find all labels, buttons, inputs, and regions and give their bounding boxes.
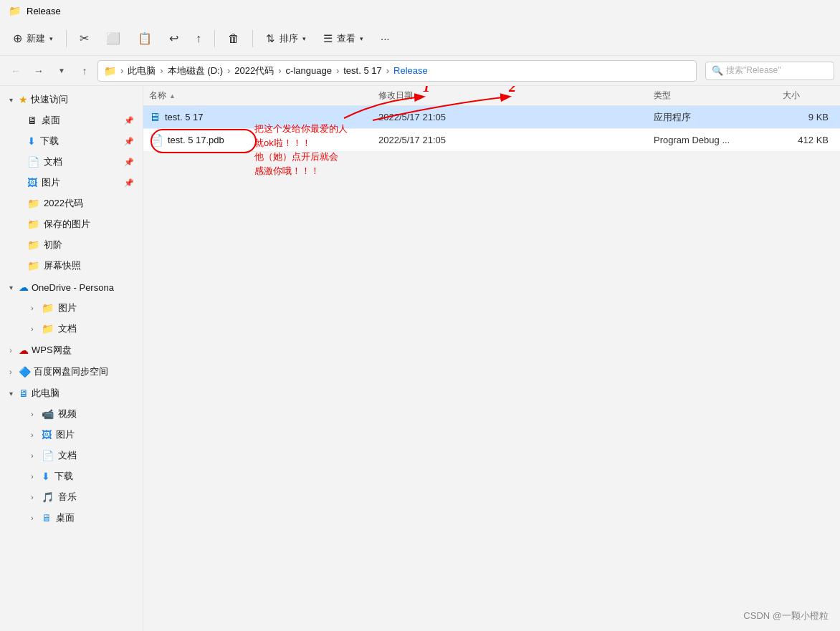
- sort-button[interactable]: ⇅ 排序 ▾: [259, 28, 313, 49]
- address-bar[interactable]: 📁 › 此电脑 › 本地磁盘 (D:) › 2022代码 › c-languag…: [97, 60, 697, 82]
- col-modified[interactable]: 修改日期: [373, 86, 648, 105]
- share-icon: ↑: [196, 32, 201, 45]
- file-icon-1: 📄: [149, 133, 163, 147]
- sidebar-item-downloads[interactable]: › ⬇ 下载: [3, 466, 140, 486]
- downloads-label: 下载: [40, 135, 59, 148]
- wps-icon: ☁: [19, 345, 29, 356]
- content-wrapper: 名称 ▲ 修改日期 类型 大小 🖥 test. 5 17: [143, 86, 840, 631]
- annotation-svg: [143, 86, 840, 631]
- file-label-0: test. 5 17: [165, 112, 203, 122]
- sidebar-item-od-pics[interactable]: › 📁 图片: [3, 298, 140, 318]
- onedrive-header[interactable]: ▾ ☁ OneDrive - Persona: [3, 277, 140, 297]
- forward-button[interactable]: →: [29, 61, 49, 81]
- crumb-release[interactable]: Release: [393, 65, 428, 76]
- file-modified-1: 2022/5/17 21:05: [373, 135, 648, 145]
- sidebar-item-documents[interactable]: › 📄 文档: [3, 445, 140, 466]
- file-modified-0: 2022/5/17 21:05: [373, 112, 648, 122]
- copy-button[interactable]: ⬜: [99, 27, 128, 49]
- music-icon: 🎵: [42, 491, 54, 503]
- sidebar-item-downloads-qa[interactable]: ⬇ 下载 📌: [3, 131, 140, 151]
- sidebar-item-pics-qa[interactable]: 🖼 图片 📌: [3, 173, 140, 193]
- cut-icon: ✂: [80, 32, 89, 45]
- cut-button[interactable]: ✂: [72, 27, 96, 49]
- view-button[interactable]: ☰ 查看 ▾: [316, 28, 371, 49]
- address-folder-icon: 📁: [104, 65, 116, 77]
- new-button[interactable]: ⊕ 新建 ▾: [6, 27, 60, 49]
- rename-button[interactable]: ↩: [162, 27, 186, 49]
- annotation-line-4: 感激你哦！！！: [254, 164, 348, 178]
- sort-chevron: ▾: [302, 35, 306, 42]
- pin-icon-downloads: 📌: [124, 137, 134, 146]
- back-button[interactable]: ←: [6, 61, 26, 81]
- crumb-this-pc[interactable]: 此电脑: [128, 64, 156, 77]
- crumb-test517[interactable]: test. 5 17: [343, 65, 381, 76]
- paste-button[interactable]: 📋: [130, 27, 159, 49]
- sidebar-item-videos[interactable]: › 📹 视频: [3, 404, 140, 424]
- file-row-0[interactable]: 🖥 test. 5 17 2022/5/17 21:05 应用程序 9 KB: [143, 106, 840, 129]
- share-button[interactable]: ↑: [188, 28, 209, 49]
- title-bar: 📁 Release: [0, 0, 840, 21]
- documents-label: 文档: [58, 449, 77, 462]
- 2022-icon: 📁: [27, 198, 39, 209]
- downloads2-icon: ⬇: [42, 471, 50, 482]
- documents-icon: 📄: [42, 450, 54, 461]
- toolbar: ⊕ 新建 ▾ ✂ ⬜ 📋 ↩ ↑ 🗑 ⇅ 排序 ▾ ☰ 查看 ▾ ···: [0, 21, 840, 56]
- sidebar-item-music[interactable]: › 🎵 音乐: [3, 487, 140, 507]
- search-placeholder: 搜索"Release": [726, 64, 781, 77]
- sidebar-item-docs-qa[interactable]: 📄 文档 📌: [3, 152, 140, 172]
- view-icon: ☰: [323, 32, 333, 45]
- wps-header[interactable]: › ☁ WPS网盘: [3, 340, 140, 360]
- pics-icon: 🖼: [27, 177, 37, 188]
- sidebar-item-2022-qa[interactable]: 📁 2022代码: [3, 193, 140, 213]
- toolbar-sep-2: [214, 30, 215, 47]
- desktop-label: 桌面: [42, 114, 60, 127]
- recent-button[interactable]: ▼: [52, 61, 72, 81]
- rename-icon: ↩: [169, 32, 178, 45]
- od-docs-expand: ›: [27, 325, 37, 333]
- file-size-1: 412 KB: [777, 135, 834, 145]
- this-pc-expand-icon: ▾: [6, 390, 16, 398]
- up-button[interactable]: ↑: [75, 61, 95, 81]
- baidu-header[interactable]: › 🔷 百度网盘同步空间: [3, 362, 140, 382]
- baidu-expand-icon: ›: [6, 368, 16, 376]
- col-name-label: 名称: [149, 90, 166, 102]
- downloads-expand: ›: [27, 473, 37, 481]
- this-pc-header[interactable]: ▾ 🖥 此电脑: [3, 383, 140, 403]
- file-icon-0: 🖥: [149, 111, 161, 124]
- copy-icon: ⬜: [106, 32, 120, 45]
- sidebar-item-desktop-qa[interactable]: 🖥 桌面 📌: [3, 110, 140, 130]
- col-size[interactable]: 大小: [777, 86, 834, 105]
- file-row-1[interactable]: 📄 test. 5 17.pdb 2022/5/17 21:05 Program…: [143, 129, 840, 152]
- delete-icon: 🗑: [228, 32, 239, 45]
- sidebar-item-pictures[interactable]: › 🖼 图片: [3, 425, 140, 445]
- star-icon: ★: [19, 94, 28, 105]
- file-list: 🖥 test. 5 17 2022/5/17 21:05 应用程序 9 KB 📄…: [143, 106, 840, 152]
- crumb-local-disk[interactable]: 本地磁盘 (D:): [168, 64, 223, 77]
- file-name-0: 🖥 test. 5 17: [143, 111, 373, 124]
- sidebar: ▾ ★ 快速访问 🖥 桌面 📌 ⬇ 下载 📌 📄 文档 📌: [0, 86, 143, 631]
- pin-icon-desktop: 📌: [124, 116, 134, 125]
- onedrive-icon: ☁: [19, 281, 29, 293]
- crumb-2022[interactable]: 2022代码: [234, 64, 274, 77]
- sidebar-item-beginner-qa[interactable]: 📁 初阶: [3, 235, 140, 255]
- onedrive-section: ▾ ☁ OneDrive - Persona › 📁 图片 › 📁 文档: [0, 277, 143, 339]
- screenshots-label: 屏幕快照: [44, 259, 81, 272]
- col-name[interactable]: 名称 ▲: [143, 86, 373, 105]
- desktop-pc-label: 桌面: [56, 511, 75, 524]
- col-type[interactable]: 类型: [648, 86, 777, 105]
- more-button[interactable]: ···: [373, 28, 397, 49]
- view-chevron: ▾: [360, 35, 363, 42]
- toolbar-sep-1: [66, 30, 67, 47]
- quick-access-header[interactable]: ▾ ★ 快速访问: [3, 90, 140, 110]
- beginner-label: 初阶: [44, 239, 62, 251]
- more-icon: ···: [381, 32, 390, 44]
- sidebar-item-od-docs[interactable]: › 📁 文档: [3, 319, 140, 339]
- this-pc-label: 此电脑: [32, 387, 59, 400]
- crumb-clang[interactable]: c-language: [286, 65, 332, 76]
- sidebar-item-screenshots-qa[interactable]: 📁 屏幕快照: [3, 256, 140, 276]
- pictures-icon: 🖼: [42, 429, 52, 440]
- delete-button[interactable]: 🗑: [221, 28, 247, 49]
- desktop-pc-icon: 🖥: [42, 512, 52, 524]
- sidebar-item-desktop-pc[interactable]: › 🖥 桌面: [3, 508, 140, 528]
- sidebar-item-saved-pics-qa[interactable]: 📁 保存的图片: [3, 214, 140, 234]
